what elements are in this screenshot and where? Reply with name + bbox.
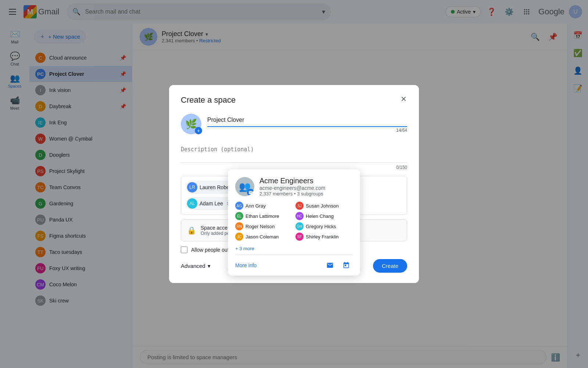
create-button[interactable]: Create — [373, 259, 407, 273]
avatar-upload[interactable]: 🌿 + — [181, 114, 201, 134]
popover-member: JC Jason Coleman — [235, 233, 293, 241]
member-avatar: GH — [295, 222, 304, 230]
popover-member: SF Shirley Franklin — [295, 233, 353, 241]
member-avatar: AG — [235, 202, 243, 210]
member-name: Ethan Lattimore — [245, 213, 279, 219]
modal-close-button[interactable]: ✕ — [397, 92, 410, 106]
member-name: Roger Nelson — [245, 224, 275, 229]
member-avatar: SJ — [295, 202, 304, 210]
chip-avatar: AL — [187, 198, 197, 209]
modal-title: Create a space — [181, 95, 407, 105]
popover-email: acme-engineers@acme.com — [259, 185, 325, 191]
popover-member: HC Helen Chang — [295, 212, 353, 220]
popover-members-grid: AG Ann Gray SJ Susan Johnson EL Ethan La… — [235, 202, 353, 241]
calendar-icon-button[interactable] — [340, 259, 353, 272]
lock-icon: 🔒 — [187, 226, 196, 235]
member-avatar: SF — [295, 233, 304, 241]
member-avatar: HC — [295, 212, 304, 220]
space-name-input[interactable] — [207, 114, 407, 127]
popover-member: SJ Susan Johnson — [295, 202, 353, 210]
group-badge-icon — [247, 189, 254, 196]
advanced-chevron-icon: ▾ — [208, 263, 211, 269]
popover-member: EL Ethan Lattimore — [235, 212, 293, 220]
more-link[interactable]: + 3 more — [235, 246, 254, 251]
popover-footer-icons — [323, 259, 353, 272]
modal-name-row: 🌿 + 14/64 — [181, 114, 407, 139]
member-name: Susan Johnson — [306, 203, 339, 209]
popover-more: + 3 more — [235, 245, 353, 252]
modal-input-wrap: 14/64 — [207, 114, 407, 133]
email-icon-button[interactable] — [323, 259, 337, 272]
member-name: Ann Gray — [245, 203, 266, 209]
description-wrap: 0/150 — [181, 143, 407, 170]
space-name-counter: 14/64 — [207, 128, 407, 133]
popover-header: 👥 Acme Engineers acme-engineers@acme.com… — [235, 177, 353, 197]
member-name: Shirley Franklin — [306, 234, 339, 240]
member-avatar: EL — [235, 212, 243, 220]
popover-member: GH Gregory Hicks — [295, 222, 353, 230]
avatar-plus-icon[interactable]: + — [195, 127, 202, 134]
popover-member: RN Roger Nelson — [235, 222, 293, 230]
member-avatar: RN — [235, 222, 243, 230]
chip-avatar: LR — [187, 182, 197, 192]
description-input[interactable] — [181, 143, 407, 163]
popover-members-count: 2,337 members — [259, 191, 293, 197]
chip-name: Adam Lee — [200, 201, 223, 206]
member-name: Gregory Hicks — [306, 224, 336, 229]
popover-group-avatar: 👥 — [235, 177, 254, 196]
popover-member: AG Ann Gray — [235, 202, 293, 210]
popover-meta: 2,337 members • 3 subgroups — [259, 191, 325, 197]
popover-footer: More info — [235, 255, 353, 276]
group-popover: 👥 Acme Engineers acme-engineers@acme.com… — [228, 169, 360, 276]
popover-group-name: Acme Engineers — [259, 177, 325, 185]
more-info-link[interactable]: More info — [235, 262, 257, 268]
member-name: Helen Chang — [306, 213, 334, 219]
outside-checkbox[interactable] — [181, 247, 187, 253]
popover-info: Acme Engineers acme-engineers@acme.com 2… — [259, 177, 325, 197]
member-name: Jason Coleman — [245, 234, 279, 240]
close-icon: ✕ — [401, 95, 407, 103]
advanced-label: Advanced — [181, 263, 205, 269]
member-avatar: JC — [235, 233, 243, 241]
advanced-button[interactable]: Advanced ▾ — [181, 260, 211, 272]
popover-subgroups: 3 subgroups — [297, 191, 323, 197]
